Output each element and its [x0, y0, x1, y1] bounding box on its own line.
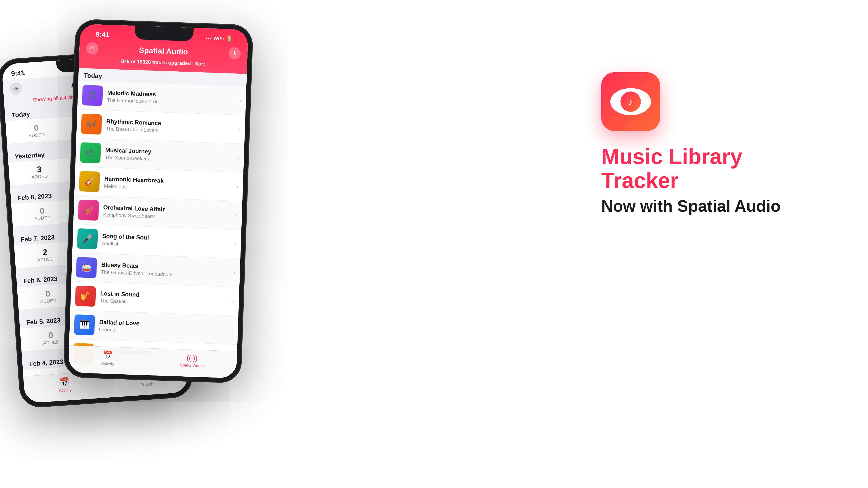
spatial-tab-icon: ((·)) [186, 354, 197, 362]
activity-tab-label: Activity [59, 387, 72, 393]
time-2: 9:41 [96, 31, 110, 39]
track-info-1: Melodic Madness The Harmonious Horde [107, 89, 235, 107]
notch-2 [134, 26, 194, 41]
track-art-8: 🎷 [75, 286, 96, 306]
chevron-icon-3: › [237, 154, 239, 162]
stat-added-feb5: 0 ADDED [35, 329, 67, 346]
tab-activity[interactable]: 📅 Activity [58, 377, 72, 393]
tab-spatial-audio[interactable]: ((·)) Spatial Audio [180, 354, 204, 368]
track-info-7: Bluesy Beats The Groove-Driven Troubadou… [101, 261, 229, 280]
chevron-icon-2: › [238, 126, 240, 133]
track-art-2: 🎶 [81, 113, 102, 135]
eye-pupil: ♪ [620, 92, 641, 112]
chevron-icon-9: › [231, 326, 233, 334]
activity-tab-icon-2: 📅 [103, 350, 113, 360]
app-icon: ♪ [601, 72, 660, 131]
stat-added-today: 0 ADDED [20, 122, 53, 139]
spatial-tab-label: Spatial Audio [180, 363, 204, 368]
chevron-icon-1: › [239, 97, 241, 104]
chevron-icon-8: › [232, 298, 235, 305]
track-art-3: 🎼 [80, 142, 101, 163]
eye-shape: ♪ [610, 88, 651, 115]
search-tab-label: Search [141, 382, 153, 387]
download-button[interactable]: ⬇ [228, 47, 241, 60]
track-art-5: 🎻 [78, 200, 99, 221]
app-promo-area: ♪ Music Library Tracker Now with Spatial… [601, 72, 805, 215]
track-info-2: Rhythmic Romance The Beat-Driven Lovers [106, 118, 234, 136]
track-art-6: 🎤 [77, 228, 98, 250]
track-art-4: 🎸 [79, 171, 100, 192]
signal-icon-2: ▪▪▪ [206, 35, 211, 41]
status-icons-2: ▪▪▪ WiFi 🔋 [206, 35, 232, 42]
tab-activity-2[interactable]: 📅 Activity [101, 350, 115, 366]
music-note-icon: ♪ [628, 96, 633, 107]
time-1: 9:41 [11, 69, 25, 77]
phone2-screen: 9:41 ▪▪▪ WiFi 🔋 ⏱ Spatial Audio ⬇ 849 of… [68, 24, 248, 378]
tab-bar-2: 📅 Activity ((·)) Spatial Audio [68, 346, 237, 379]
chevron-icon-4: › [236, 183, 239, 190]
track-info-6: Song of the Soul Soulfish [102, 232, 230, 251]
app-title: Music Library Tracker [601, 144, 805, 192]
activity-tab-label-2: Activity [101, 361, 114, 366]
wifi-icon-2: WiFi [213, 35, 224, 42]
track-art-1: 🎵 [82, 85, 103, 106]
sort-button[interactable]: Sort [195, 61, 205, 67]
track-info-3: Musical Journey The Sound-Seekers [105, 147, 233, 165]
chevron-icon-5: › [235, 212, 237, 219]
tracks-count: 849 of 15328 tracks upgraded [121, 58, 191, 66]
track-art-7: 🥁 [76, 257, 97, 278]
chevron-icon-6: › [234, 240, 237, 248]
settings-button[interactable]: ⚙ [9, 82, 23, 95]
track-list: Today 🎵 Melodic Madness The Harmonious H… [68, 68, 247, 373]
phone-spatial: 9:41 ▪▪▪ WiFi 🔋 ⏱ Spatial Audio ⬇ 849 of… [64, 20, 253, 383]
clock-button-2[interactable]: ⏱ [86, 42, 98, 55]
chevron-icon-7: › [233, 269, 235, 276]
activity-tab-icon: 📅 [59, 377, 70, 387]
stat-added-yesterday: 3 ADDED [23, 164, 56, 181]
app-subtitle: Now with Spatial Audio [601, 197, 780, 215]
track-info-9: Ballad of Love Crooner [99, 319, 227, 337]
stat-added-feb8: 0 ADDED [26, 205, 59, 222]
battery-icon-2: 🔋 [226, 36, 232, 42]
track-info-4: Harmonic Heartbreak Melodious [104, 175, 232, 193]
track-info-5: Orchestral Love Affair Symphony Sweethea… [103, 204, 231, 222]
spatial-title: Spatial Audio [98, 44, 229, 58]
track-info-8: Lost in Sound The Spatials [100, 290, 228, 308]
track-art-9: 🎹 [74, 314, 95, 335]
stat-added-feb7: 2 ADDED [29, 247, 61, 263]
stat-added-feb6: 0 ADDED [32, 288, 64, 305]
